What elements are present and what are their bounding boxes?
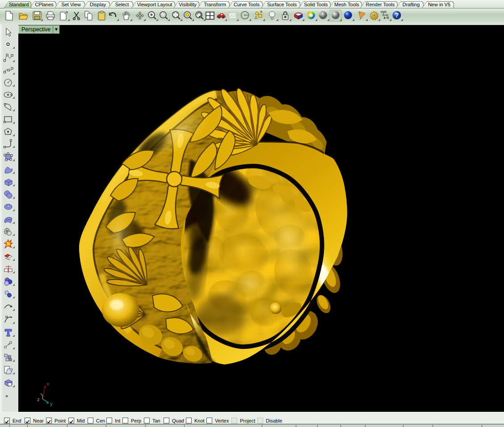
svg-text:?: ? <box>395 12 399 19</box>
svg-text:»: » <box>5 393 8 398</box>
svg-text:x: x <box>46 381 49 386</box>
svg-text:y: y <box>50 401 53 406</box>
svg-text:z: z <box>37 397 40 402</box>
